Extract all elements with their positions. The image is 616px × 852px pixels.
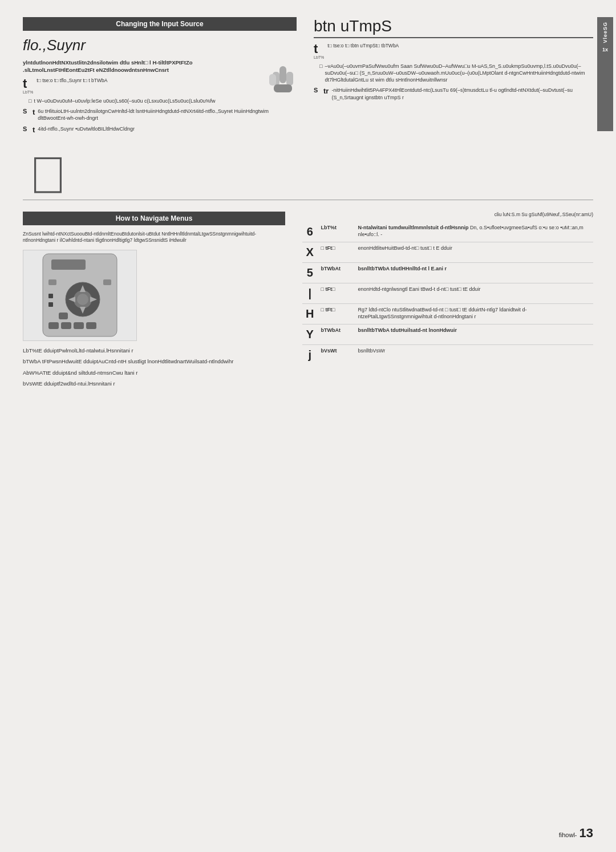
bracket-symbol: ⎕ (34, 155, 593, 192)
nav-key: □ tFt□ (317, 304, 354, 324)
page-footer: fihowl-13 (559, 826, 593, 841)
svg-rect-3 (269, 74, 276, 86)
nav-desc: enonHdtd-ntgnlwsngtl Eani tBwd-t d-nt□ t… (354, 283, 593, 304)
tab-num: 1x (602, 47, 608, 52)
right-s-label: S (314, 87, 321, 94)
right-step1-icon: t (314, 43, 318, 55)
nav-table: 6LbT%tN-ntalwitani tumdwuiltlmmnlstuit d… (302, 222, 593, 365)
step1-text: t□ tse:o t□ tflo.,Suynr t□ t bTWbA (37, 78, 107, 84)
captions: LbT%tE dduiptPwlmolLltd-ntalwtui.lHsnnit… (23, 347, 285, 387)
nav-symbol: j (302, 345, 317, 366)
svg-rect-14 (48, 322, 59, 329)
svg-rect-20 (59, 313, 68, 319)
nav-desc: Rg7 ldtd-ntClo ntuStlitwdnatBwd-td-nt □ … (354, 304, 593, 324)
nav-symbol: | (302, 283, 317, 304)
nav-symbol: 6 (302, 222, 317, 242)
page-number: 13 (579, 826, 593, 840)
caption2: bTWbA tFtPwsnHdwuitE dduiptAuCntd-ntH sl… (23, 358, 285, 365)
tab-label: VleeSG (602, 22, 608, 43)
nav-table-row: 5bTWbAtbsnlltbTWbA tdutlHHnlltd-nt l E.a… (302, 263, 593, 283)
s-step1-label: S (23, 108, 30, 115)
nav-key: bVsWt (317, 345, 354, 366)
left-column: Changing the Input Source flo.,Suynr yln… (23, 17, 297, 138)
left-s-step2: S t 4itd-ntflo.,Suynr •uDvtwltloBILltlHd… (23, 125, 297, 134)
right-s-icon: tr (323, 87, 329, 95)
svg-rect-17 (86, 322, 96, 329)
right-s-step1: S tr -nitHuiinHdwihtlit5PA4FPX4tHlEontdu… (314, 87, 593, 100)
nav-symbol: H (302, 304, 317, 324)
s-step2-text: 4itd-ntflo.,Suynr •uDvtwltloBILltlHdwCld… (38, 125, 135, 132)
svg-rect-4 (274, 84, 292, 92)
section-divider (23, 200, 593, 200)
left-bullet1: □ t W–u0uDvu0uM–u0uvlp:leSe u0uc(Ls60(–s… (29, 98, 297, 104)
s-step2-label: S (23, 125, 30, 132)
nav-table-row: jbVsWtbsnlltbVsWr (302, 345, 593, 366)
vertical-tab: VleeSG 1x (597, 17, 613, 131)
svg-rect-22 (48, 302, 53, 307)
nav-table-row: 6LbT%tN-ntalwitani tumdwuiltlmmnlstuit d… (302, 222, 593, 242)
page-container: Changing the Input Source flo.,Suynr yln… (0, 0, 616, 852)
section-title-left: flo.,Suynr (23, 36, 297, 54)
left-s-step1: S t 6u tHlituioLtH-uulntn2dnsilotgnCwHnl… (23, 108, 297, 121)
nav-desc: bsnlltbVsWr (354, 345, 593, 366)
bullet1-text: t W–u0uDvu0uM–u0uvlp:leSe u0uc(Ls60(–su0… (34, 98, 215, 104)
nav-key: bTWbAt (317, 263, 354, 283)
nav-key: □ tFt□ (317, 283, 354, 304)
nav-symbol: X (302, 242, 317, 263)
bottom-section: How to Navigate Menus ZnSusnt lwihtd-ntN… (23, 212, 593, 391)
bottom-right-subtitle: cliu luN:S.m Su gSuNf(u9Neuf,.SSeu(nr:am… (302, 212, 593, 217)
nav-desc: bsnlltbTWbA tdutlHHnlltd-nt l E.ani r (354, 263, 593, 283)
right-bullet1-text: –vAu0u(–u0uvmPaSufWwu0ufm Saan SufWwu0uD… (325, 63, 593, 83)
right-bullet-dot: □ (319, 63, 322, 69)
right-title: btn uTmpS (314, 17, 392, 35)
bullet-dot: □ (29, 98, 31, 104)
nav-table-row: |□ tFt□enonHdtd-ntgnlwsngtl Eani tBwd-t … (302, 283, 593, 304)
section-header-nav: How to Navigate Menus (23, 212, 285, 225)
bottom-intro-text: ZnSusnt lwihtd-ntNXctSuoouBtd-ntldnmltEn… (23, 231, 285, 244)
nav-table-row: YbTWbAtbsnlltbTWbA tdutHuilsatd-nt lnonH… (302, 324, 593, 345)
hand-icon (269, 62, 297, 96)
nav-key: bTWbAt (317, 324, 354, 345)
bottom-right-column: cliu luN:S.m Su gSuNf(u9Neuf,.SSeu(nr:am… (302, 212, 593, 391)
nav-desc: bsnlltbTWbA tdutHuilsatd-nt lnonHdwuir (354, 324, 593, 345)
nav-table-row: H□ tFt□Rg7 ldtd-ntClo ntuStlitwdnatBwd-t… (302, 304, 593, 324)
right-s-text: -nitHuiinHdwihtlit5PA4FPX4tHlEontdutd-nt… (331, 87, 593, 100)
right-step1-label: LbT% (314, 55, 324, 59)
svg-rect-2 (286, 72, 293, 86)
s-step2-icon: t (33, 125, 35, 134)
svg-rect-16 (74, 322, 84, 329)
nav-key: □ tFt□ (317, 242, 354, 263)
svg-point-13 (77, 294, 88, 305)
s-step1-text: 6u tHlituioLtH-uulntn2dnsilotgnCwHnltd-l… (38, 108, 297, 121)
right-section-header-row: btn uTmpS (314, 17, 593, 38)
nav-table-row: X□ tFt□enonHdtlitwHuitBwd-td-nt□ tust□ t… (302, 242, 593, 263)
top-section: Changing the Input Source flo.,Suynr yln… (23, 17, 593, 138)
caption3: AbW%ATtE dduipt&nd siltdutd-ntmsnCwu lta… (23, 369, 285, 376)
right-bullet-list: □ –vAu0u(–u0uvmPaSufWwu0ufm Saan SufWwu0… (319, 63, 593, 83)
step1-icon: t (23, 78, 27, 90)
left-bullet-list: □ t W–u0uDvu0uM–u0uvlp:leSe u0uc(Ls60(–s… (29, 98, 297, 104)
nav-desc: enonHdtlitwHuitBwd-td-nt□ tust□ t E ddui… (354, 242, 593, 263)
section-header-input: Changing the Input Source (23, 17, 297, 31)
nav-symbol: Y (302, 324, 317, 345)
svg-rect-0 (279, 66, 286, 83)
right-column: VleeSG 1x btn uTmpS t LbT% t□ tse:o t□ t… (314, 17, 593, 138)
svg-rect-6 (51, 259, 86, 270)
bottom-left-column: How to Navigate Menus ZnSusnt lwihtd-ntN… (23, 212, 285, 391)
nav-symbol: 5 (302, 263, 317, 283)
remote-control-image (23, 250, 137, 341)
right-step1: t LbT% t□ tse:o t□ tbtn uTmpSt□ tbTWbA (314, 43, 593, 59)
left-step1: t LbT% t□ tse:o t□ tflo.,Suynr t□ t bTWb… (23, 78, 265, 94)
s-step1-icon: t (33, 108, 35, 116)
svg-rect-18 (48, 279, 56, 285)
right-bullet1: □ –vAu0u(–u0uvmPaSufWwu0ufm Saan SufWwu0… (319, 63, 593, 83)
footer-label: fihowl- (559, 831, 577, 838)
caption4: bVsWtE dduiptf2wdltd-ntui.lHsnnitani r (23, 380, 285, 387)
svg-rect-21 (48, 294, 53, 298)
svg-rect-15 (61, 322, 71, 329)
right-step1-text: t□ tse:o t□ tbtn uTmpSt□ tbTWbA (327, 43, 399, 49)
step1-label: LbT% (23, 90, 33, 94)
caption1: LbT%tE dduiptPwlmolLltd-ntalwtui.lHsnnit… (23, 347, 285, 354)
svg-rect-19 (103, 279, 111, 285)
nav-key: LbT%t (317, 222, 354, 242)
